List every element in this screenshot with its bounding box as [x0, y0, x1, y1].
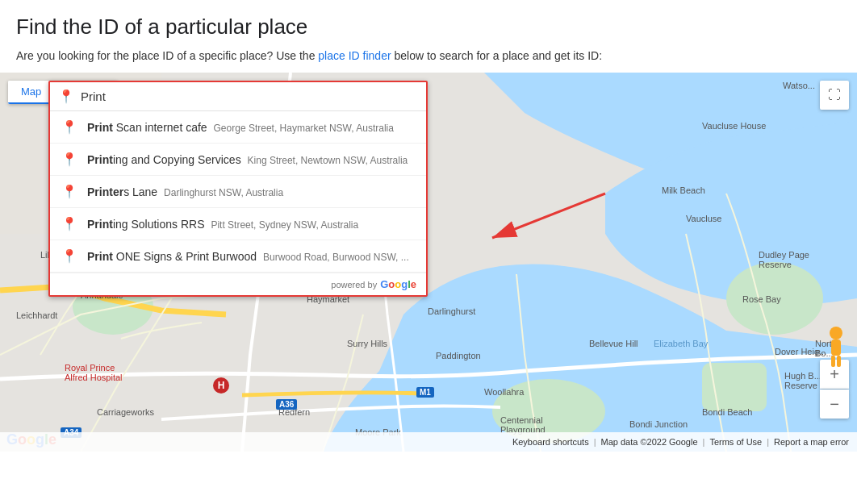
- google-logo: Google: [380, 278, 416, 290]
- subtitle-start: Are you looking for the place ID of a sp…: [16, 49, 318, 62]
- map-container: Elizabeth Bay Birkenhead PointBrand Outl…: [0, 73, 857, 452]
- place-label-rpa: Royal PrinceAlfred Hospital: [65, 363, 123, 382]
- place-label-bondi: Bondi Beach: [702, 407, 752, 417]
- search-pin-icon: 📍: [58, 89, 74, 104]
- place-label-bellevue: Bellevue Hill: [589, 339, 638, 348]
- svg-line-8: [492, 194, 605, 238]
- result-text-1: Printing and Copying Services King Stree…: [87, 153, 408, 166]
- place-label-woollahra: Woollahra: [484, 387, 524, 397]
- place-label-surry: Surry Hills: [347, 339, 387, 348]
- page-header: Find the ID of a particular place Are yo…: [0, 0, 857, 73]
- svg-rect-12: [837, 356, 841, 367]
- result-pin-icon-1: 📍: [61, 152, 77, 167]
- place-label-rose-bay: Rose Bay: [742, 294, 781, 304]
- hospital-marker: H: [213, 377, 229, 394]
- terms-of-use-link[interactable]: Terms of Use: [709, 437, 762, 447]
- search-result-0[interactable]: 📍 Print Scan internet cafe George Street…: [50, 111, 426, 144]
- zoom-out-button[interactable]: −: [820, 389, 849, 419]
- result-pin-icon-0: 📍: [61, 119, 77, 135]
- search-overlay: 📍 📍 Print Scan internet cafe George Stre…: [48, 81, 428, 297]
- place-label-leichhardt: Leichhardt: [16, 310, 57, 320]
- search-result-4[interactable]: 📍 Print ONE Signs & Print Burwood Burwoo…: [50, 240, 426, 273]
- page-title: Find the ID of a particular place: [16, 15, 841, 40]
- place-label-vaucluse-house: Vaucluse House: [702, 121, 766, 131]
- search-result-3[interactable]: 📍 Printing Solutions RRS Pitt Street, Sy…: [50, 208, 426, 240]
- place-label-dudley: Dudley PageReserve: [759, 250, 809, 269]
- svg-text:Elizabeth Bay: Elizabeth Bay: [654, 339, 709, 348]
- map-data-text: Map data ©2022 Google: [601, 437, 698, 447]
- result-bold-2a: Printer: [87, 185, 123, 198]
- result-address-2: Darlinghurst NSW, Australia: [164, 187, 283, 198]
- powered-by-text: powered by: [331, 280, 377, 289]
- road-badge-m1: M1: [416, 387, 434, 398]
- search-result-2[interactable]: 📍 Printers Lane Darlinghurst NSW, Austra…: [50, 176, 426, 208]
- place-label-milk: Milk Beach: [662, 185, 705, 195]
- result-pin-icon-2: 📍: [61, 184, 77, 199]
- place-label-paddington: Paddington: [436, 351, 481, 360]
- page-subtitle: Are you looking for the place ID of a sp…: [16, 48, 841, 65]
- map-type-map-button[interactable]: Map: [8, 81, 54, 104]
- street-view-pegman[interactable]: [825, 327, 847, 359]
- place-label-darlinghurst: Darlinghurst: [428, 306, 475, 316]
- subtitle-highlight: place ID finder: [318, 49, 391, 62]
- place-label-bondi-junction: Bondi Junction: [629, 419, 688, 429]
- result-bold-3a: Print: [87, 218, 113, 231]
- result-text-4: Print ONE Signs & Print Burwood Burwood …: [87, 250, 409, 263]
- result-text-0: Print Scan internet cafe George Street, …: [87, 121, 394, 134]
- search-results: 📍 Print Scan internet cafe George Street…: [50, 111, 426, 295]
- search-box: 📍 📍 Print Scan internet cafe George Stre…: [48, 81, 428, 297]
- result-bold-0: Print: [87, 121, 113, 134]
- fullscreen-icon: ⛶: [828, 88, 841, 102]
- result-text-2: Printers Lane Darlinghurst NSW, Australi…: [87, 185, 283, 198]
- map-bottom-bar: Keyboard shortcuts | Map data ©2022 Goog…: [0, 432, 857, 452]
- separator-3: |: [767, 437, 769, 447]
- place-label-vaucluse: Vaucluse: [686, 214, 721, 223]
- place-label-hugh: Hugh B...Reserve: [784, 371, 821, 390]
- result-bold-4a: Print: [87, 250, 113, 263]
- result-address-3: Pitt Street, Sydney NSW, Australia: [211, 219, 358, 231]
- separator-2: |: [703, 437, 705, 447]
- result-bold-1a: Print: [87, 153, 113, 166]
- powered-by-row: powered by Google: [50, 273, 426, 295]
- search-input-row: 📍: [50, 82, 426, 111]
- result-pin-icon-4: 📍: [61, 248, 77, 264]
- road-badge-a36: A36: [276, 399, 297, 410]
- result-address-1: King Street, Newtown NSW, Australia: [248, 155, 408, 166]
- result-address-4: Burwood Road, Burwood NSW, ...: [263, 252, 409, 263]
- keyboard-shortcuts-link[interactable]: Keyboard shortcuts: [512, 437, 589, 447]
- place-label-carriageworks: Carriageworks: [97, 407, 154, 417]
- place-label-watsons: Watso...: [783, 81, 815, 90]
- svg-point-9: [830, 327, 842, 339]
- svg-rect-11: [831, 356, 835, 367]
- separator-1: |: [594, 437, 596, 447]
- result-address-0: George Street, Haymarket NSW, Australia: [214, 123, 394, 134]
- zoom-controls: + −: [820, 360, 849, 419]
- fullscreen-button[interactable]: ⛶: [820, 81, 849, 110]
- svg-rect-10: [831, 339, 841, 356]
- search-input[interactable]: [81, 90, 418, 103]
- search-result-1[interactable]: 📍 Printing and Copying Services King Str…: [50, 144, 426, 176]
- subtitle-end: below to search for a place and get its …: [391, 49, 602, 62]
- result-pin-icon-3: 📍: [61, 216, 77, 231]
- red-arrow-indicator: [468, 185, 613, 250]
- result-text-3: Printing Solutions RRS Pitt Street, Sydn…: [87, 218, 358, 231]
- report-map-error-link[interactable]: Report a map error: [774, 437, 849, 447]
